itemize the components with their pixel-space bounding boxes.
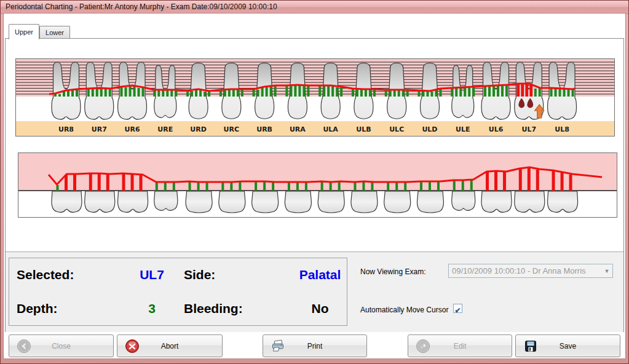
edit-button[interactable]: Edit: [408, 334, 512, 357]
palatal-arch-chart[interactable]: [18, 152, 617, 218]
tab-lower[interactable]: Lower: [39, 26, 70, 39]
save-disk-icon: [523, 339, 538, 354]
svg-text:UR8: UR8: [58, 125, 74, 133]
svg-text:URC: URC: [224, 125, 239, 133]
back-circle-icon: [17, 339, 31, 354]
abort-circle-icon: [125, 339, 140, 354]
save-button[interactable]: Save: [515, 334, 620, 357]
selected-label: Selected:: [17, 267, 120, 282]
auto-move-cursor-label: Automatically Move Cursor: [360, 306, 448, 314]
exam-select[interactable]: 09/10/2009 10:00:10 - Dr Anna Morris ▼: [448, 264, 613, 278]
upper-arch-chart[interactable]: UR8UR7UR6UREURDURCURBURAULAULBULCULDULEU…: [15, 58, 615, 136]
client-area: Upper Lower UR8UR7UR6UREURDURCURBURAULAU…: [4, 14, 625, 358]
chevron-down-icon[interactable]: ▼: [601, 268, 612, 274]
checkmark-icon: ✔: [454, 306, 461, 315]
bleeding-value: No: [293, 301, 347, 316]
svg-text:ULE: ULE: [456, 125, 470, 133]
side-value: Palatal: [293, 267, 347, 282]
print-button[interactable]: Print: [263, 334, 367, 357]
svg-text:URA: URA: [290, 125, 306, 133]
svg-text:URB: URB: [256, 125, 272, 133]
save-button-label: Save: [538, 342, 598, 350]
now-viewing-exam-label: Now Viewing Exam:: [360, 267, 426, 276]
upper-tab-page: UR8UR7UR6UREURDURCURBURAULAULBULCULDULEU…: [5, 38, 624, 332]
depth-value: 3: [120, 301, 184, 316]
tab-upper[interactable]: Upper: [9, 24, 39, 39]
edit-button-label: Edit: [430, 342, 489, 350]
printer-icon: [271, 339, 285, 354]
close-button-label: Close: [31, 342, 91, 350]
svg-text:UL7: UL7: [521, 125, 536, 133]
abort-button[interactable]: Abort: [117, 334, 223, 357]
svg-text:URD: URD: [190, 125, 207, 133]
close-button[interactable]: Close: [9, 334, 114, 357]
depth-label: Depth:: [17, 301, 120, 316]
svg-text:UR7: UR7: [92, 125, 107, 133]
bleeding-label: Bleeding:: [184, 301, 293, 316]
window-title: Periodontal Charting - Patient:Mr Antony…: [1, 1, 628, 14]
print-button-label: Print: [285, 342, 344, 350]
svg-text:UL8: UL8: [555, 125, 569, 133]
edit-circle-icon: [416, 339, 430, 354]
title-bar[interactable]: Periodontal Charting - Patient:Mr Antony…: [1, 1, 628, 14]
svg-text:ULC: ULC: [389, 125, 404, 133]
svg-text:ULB: ULB: [356, 125, 371, 133]
svg-text:UL6: UL6: [489, 125, 504, 133]
abort-button-label: Abort: [140, 342, 200, 350]
selection-info-panel: Selected: UL7 Side: Palatal Depth: 3 Ble…: [9, 258, 347, 326]
svg-text:URE: URE: [157, 125, 173, 133]
auto-move-cursor-checkbox[interactable]: ✔: [453, 304, 462, 313]
svg-text:ULD: ULD: [422, 125, 437, 133]
side-label: Side:: [184, 267, 293, 282]
selected-value: UL7: [120, 267, 184, 282]
svg-text:ULA: ULA: [323, 125, 338, 133]
exam-select-value: 09/10/2009 10:00:10 - Dr Anna Morris: [449, 266, 601, 275]
svg-text:UR6: UR6: [125, 125, 140, 133]
